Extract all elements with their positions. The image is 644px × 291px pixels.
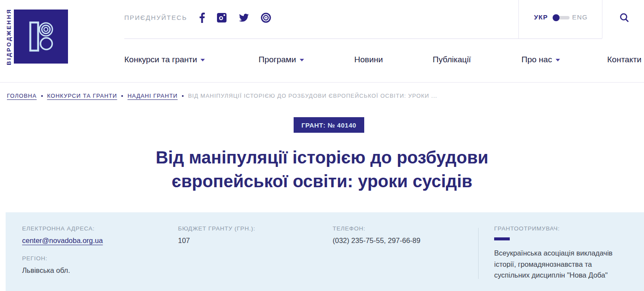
budget-value: 107 <box>178 237 256 245</box>
grant-details-panel: ЕЛЕКТРОННА АДРЕСА: center@novadoba.org.u… <box>6 212 644 291</box>
site-header: ВІДРОДЖЕННЯ ПРИЄДНУЙТЕСЬ <box>0 0 644 83</box>
header-divider <box>518 0 519 38</box>
region-value: Львівська обл. <box>22 266 103 275</box>
language-toggle[interactable] <box>556 16 570 19</box>
email-label: ЕЛЕКТРОННА АДРЕСА: <box>22 225 103 232</box>
region-label: РЕГІОН: <box>22 255 103 262</box>
nav-item-news[interactable]: Новини <box>354 55 383 64</box>
page-title: Від маніпуляції історією до розбудови єв… <box>106 146 539 193</box>
chevron-down-icon <box>300 59 304 61</box>
breadcrumb-separator <box>182 95 184 97</box>
join-us-label: ПРИЄДНУЙТЕСЬ <box>124 14 187 21</box>
nav-item-about[interactable]: Про нас <box>521 55 560 64</box>
renaissance-logo-icon <box>14 10 68 64</box>
site-logo[interactable] <box>14 10 68 64</box>
language-toggle-knob <box>553 14 560 21</box>
budget-label: БЮДЖЕТ ГРАНТУ (ГРН.): <box>178 225 256 232</box>
breadcrumb-separator <box>41 95 43 97</box>
grantee-column: ГРАНТООТРИМУВАЧ: Всеукраїнська асоціація… <box>494 225 633 281</box>
spacer <box>22 245 103 255</box>
twitter-icon[interactable] <box>239 13 249 23</box>
header-divider <box>124 38 602 39</box>
grantee-value: Всеукраїнська асоціація викладачів істор… <box>494 248 624 281</box>
rings-icon[interactable] <box>261 13 271 23</box>
grantee-label: ГРАНТООТРИМУВАЧ: <box>494 225 633 232</box>
phone-label: ТЕЛЕФОН: <box>333 225 421 232</box>
nav-item-contests-grants[interactable]: Конкурси та гранти <box>124 55 205 64</box>
nav-item-contacts[interactable]: Контакти <box>607 55 641 64</box>
panel-divider <box>478 228 479 279</box>
facebook-icon[interactable] <box>197 13 207 23</box>
email-region-column: ЕЛЕКТРОННА АДРЕСА: center@novadoba.org.u… <box>22 225 103 275</box>
nav-item-programs[interactable]: Програми <box>259 55 304 64</box>
breadcrumb-contests-grants[interactable]: КОНКУРСИ ТА ГРАНТИ <box>47 93 117 99</box>
chevron-down-icon <box>201 59 205 61</box>
language-ukr[interactable]: УКР <box>534 13 548 21</box>
breadcrumb-current-page: ВІД МАНІПУЛЯЦІЇ ІСТОРІЄЮ ДО РОЗБУДОВИ ЄВ… <box>188 93 437 99</box>
header-divider <box>602 0 602 38</box>
grant-number-badge: ГРАНТ: № 40140 <box>294 117 364 133</box>
breadcrumb-granted[interactable]: НАДАНІ ГРАНТИ <box>127 93 178 99</box>
chevron-down-icon <box>556 59 560 61</box>
breadcrumb: ГОЛОВНАКОНКУРСИ ТА ГРАНТИНАДАНІ ГРАНТИВІ… <box>7 93 437 99</box>
breadcrumb-separator <box>121 95 123 97</box>
breadcrumb-home[interactable]: ГОЛОВНА <box>7 93 37 99</box>
brand-vertical-text: ВІДРОДЖЕННЯ <box>6 8 12 65</box>
budget-column: БЮДЖЕТ ГРАНТУ (ГРН.): 107 <box>178 225 256 245</box>
nav-item-publications[interactable]: Публікації <box>433 55 471 64</box>
instagram-icon[interactable] <box>217 13 227 23</box>
language-eng[interactable]: ENG <box>572 13 588 21</box>
grantee-accent-dash <box>494 237 510 240</box>
phone-value: (032) 235-75-55, 297-66-89 <box>333 237 421 245</box>
email-link[interactable]: center@novadoba.org.ua <box>22 237 103 245</box>
search-icon[interactable] <box>618 12 631 24</box>
phone-column: ТЕЛЕФОН: (032) 235-75-55, 297-66-89 <box>333 225 421 245</box>
